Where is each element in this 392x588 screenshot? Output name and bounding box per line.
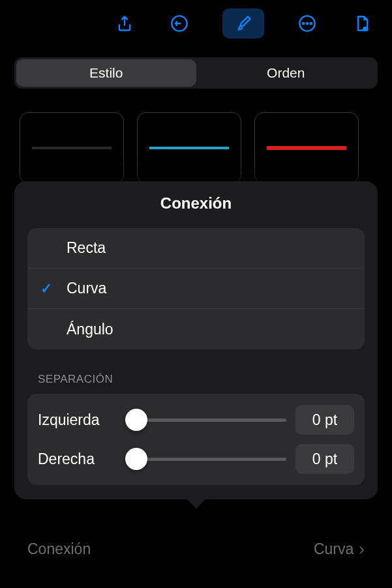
right-offset-slider[interactable] [125, 447, 286, 471]
svg-point-3 [307, 23, 308, 24]
more-button[interactable] [295, 12, 319, 35]
share-button[interactable] [113, 12, 136, 35]
line-style-option-1[interactable] [20, 112, 124, 184]
line-preview [267, 146, 346, 150]
brush-icon [234, 14, 252, 33]
undo-icon [170, 14, 188, 33]
left-offset-value[interactable]: 0 pt [295, 405, 354, 435]
right-offset-row: Derecha 0 pt [38, 439, 354, 478]
chevron-right-icon: › [359, 539, 365, 559]
connection-summary-row[interactable]: Conexión Curva › [14, 529, 378, 568]
top-toolbar [0, 0, 392, 47]
footer-value: Curva [314, 540, 354, 558]
option-label: Curva [67, 280, 106, 297]
right-offset-value[interactable]: 0 pt [295, 444, 354, 474]
slider-track [125, 458, 286, 461]
svg-point-2 [303, 23, 304, 24]
checkmark-icon: ✓ [40, 280, 52, 297]
line-style-picker [14, 112, 378, 184]
right-offset-label: Derecha [38, 450, 116, 468]
more-icon [298, 14, 316, 33]
document-button[interactable] [350, 12, 374, 35]
line-style-option-3[interactable] [254, 112, 359, 184]
slider-track [125, 419, 286, 422]
tab-order[interactable]: Orden [196, 59, 376, 87]
svg-point-4 [310, 23, 312, 24]
connection-popover: Conexión Recta ✓ Curva Ángulo Separación… [14, 181, 378, 499]
format-brush-button[interactable] [222, 8, 264, 38]
share-icon [115, 14, 134, 33]
slider-thumb[interactable] [125, 448, 147, 470]
slider-thumb[interactable] [125, 409, 147, 431]
option-recta[interactable]: Recta [27, 228, 365, 269]
popover-arrow [187, 490, 205, 508]
check-slot: ✓ [40, 280, 67, 297]
option-label: Recta [67, 239, 106, 257]
tab-style[interactable]: Estilo [16, 59, 196, 87]
left-offset-slider[interactable] [125, 408, 286, 432]
left-offset-label: Izquierda [38, 411, 116, 429]
line-preview [32, 147, 112, 149]
connection-type-list: Recta ✓ Curva Ángulo [27, 228, 365, 349]
separation-header: Separación [38, 373, 354, 386]
svg-point-5 [363, 27, 367, 31]
left-offset-row: Izquierda 0 pt [38, 400, 354, 439]
footer-label: Conexión [27, 540, 91, 558]
document-icon [353, 14, 371, 33]
option-label: Ángulo [67, 321, 113, 338]
separation-controls: Izquierda 0 pt Derecha 0 pt [27, 394, 365, 485]
undo-button[interactable] [168, 12, 191, 35]
footer-value-wrap: Curva › [314, 539, 365, 559]
option-angulo[interactable]: Ángulo [27, 309, 365, 349]
segmented-control: Estilo Orden [14, 57, 378, 89]
option-curva[interactable]: ✓ Curva [27, 269, 365, 309]
line-style-option-2[interactable] [137, 112, 241, 184]
line-preview [149, 147, 229, 149]
content-area: Estilo Orden [0, 47, 392, 184]
popover-title: Conexión [14, 194, 378, 213]
